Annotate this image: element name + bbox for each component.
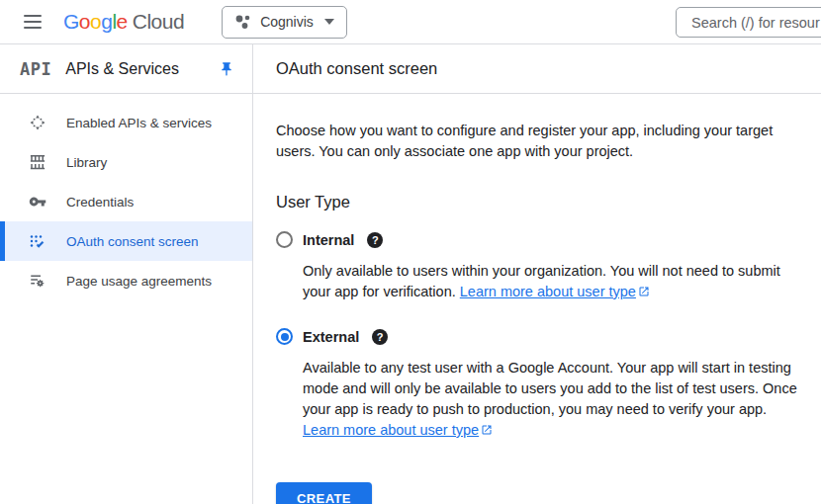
sidebar-item-label: Credentials — [66, 195, 134, 210]
intro-text: Choose how you want to configure and reg… — [276, 121, 815, 162]
chevron-down-icon — [324, 19, 334, 25]
learn-more-link-external[interactable]: Learn more about user type — [303, 422, 479, 438]
logo-letter: g — [101, 10, 112, 34]
external-link-icon — [481, 421, 493, 442]
project-icon — [234, 14, 251, 31]
sidebar-item-library[interactable]: Library — [0, 142, 252, 182]
enabled-apis-icon — [29, 114, 46, 131]
sidebar-item-page-usage-agreements[interactable]: Page usage agreements — [0, 261, 252, 300]
radio-option-internal[interactable]: Internal ? — [276, 231, 821, 248]
consent-checklist-icon — [29, 232, 46, 250]
sidebar-item-oauth-consent-screen[interactable]: OAuth consent screen — [0, 221, 252, 261]
radio-button-external[interactable] — [276, 328, 293, 345]
logo-letter: e — [117, 10, 128, 34]
page-title: OAuth consent screen — [276, 59, 437, 78]
sidebar-item-label: Enabled APIs & services — [66, 116, 212, 130]
key-icon — [29, 193, 46, 210]
external-description-text: Available to any test user with a Google… — [303, 360, 797, 417]
sidebar: API APIs & Services Enabled APIs & servi… — [0, 44, 253, 504]
sidebar-header: API APIs & Services — [0, 44, 252, 94]
library-icon — [29, 153, 46, 171]
sidebar-item-credentials[interactable]: Credentials — [0, 182, 252, 221]
create-button[interactable]: CREATE — [276, 482, 372, 504]
radio-label-internal: Internal — [303, 232, 354, 248]
project-name: Cognivis — [260, 14, 314, 30]
google-cloud-logo[interactable]: G o o g l e Cloud — [63, 10, 184, 34]
main-header: OAuth consent screen — [253, 44, 821, 94]
agreements-gear-icon — [29, 272, 46, 290]
logo-letter: o — [79, 10, 90, 34]
sidebar-title: APIs & Services — [65, 60, 179, 78]
user-type-heading: User Type — [276, 193, 821, 211]
search-input[interactable] — [676, 7, 821, 38]
project-selector-button[interactable]: Cognivis — [222, 6, 347, 39]
radio-button-internal[interactable] — [276, 231, 293, 248]
logo-cloud-text: Cloud — [133, 10, 184, 34]
menu-hamburger-icon[interactable] — [24, 15, 42, 29]
page-layout: API APIs & Services Enabled APIs & servi… — [0, 44, 821, 504]
radio-label-external: External — [303, 329, 359, 345]
sidebar-item-label: OAuth consent screen — [66, 234, 199, 249]
help-icon[interactable]: ? — [367, 232, 383, 248]
external-link-icon — [638, 283, 650, 303]
pin-icon[interactable] — [219, 61, 234, 77]
sidebar-item-label: Library — [66, 155, 107, 170]
sidebar-item-label: Page usage agreements — [66, 274, 212, 289]
logo-letter: o — [90, 10, 101, 34]
main-panel: OAuth consent screen Choose how you want… — [253, 44, 821, 504]
internal-description: Only available to users within your orga… — [303, 261, 797, 303]
logo-letter: G — [63, 10, 79, 34]
top-bar: G o o g l e Cloud Cognivis — [0, 0, 821, 44]
sidebar-nav: Enabled APIs & services Library Credenti… — [0, 94, 252, 300]
main-content: Choose how you want to configure and reg… — [253, 94, 821, 504]
external-description: Available to any test user with a Google… — [303, 358, 797, 442]
help-icon[interactable]: ? — [372, 329, 388, 345]
learn-more-link-internal[interactable]: Learn more about user type — [460, 284, 636, 299]
radio-option-external[interactable]: External ? — [276, 328, 821, 345]
sidebar-item-enabled-apis[interactable]: Enabled APIs & services — [0, 103, 252, 142]
api-logo-icon: API — [20, 59, 51, 79]
